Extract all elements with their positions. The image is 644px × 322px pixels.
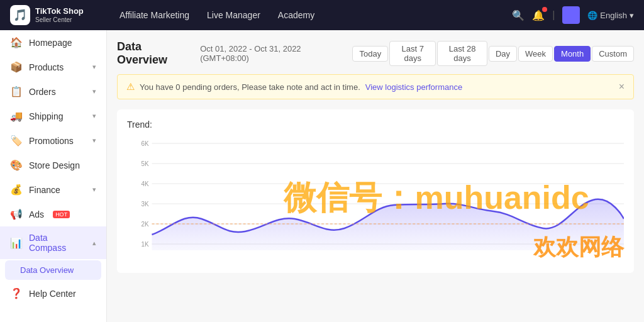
filter-last28[interactable]: Last 28 days bbox=[437, 41, 487, 66]
sidebar-item-promotions[interactable]: 🏷️ Promotions ▾ bbox=[0, 128, 106, 153]
sidebar-label-shipping: Shipping bbox=[29, 111, 64, 121]
logo[interactable]: 🎵 TikTok Shop Seller Center bbox=[10, 5, 104, 25]
warning-icon: ⚠ bbox=[126, 81, 135, 92]
sidebar-item-orders[interactable]: 📋 Orders ▾ bbox=[0, 79, 106, 104]
hot-badge: HOT bbox=[53, 211, 70, 218]
svg-text:3K: 3K bbox=[141, 201, 148, 208]
sidebar-label-orders: Orders bbox=[29, 87, 56, 97]
nav-live-manager[interactable]: Live Manager bbox=[207, 10, 260, 20]
sidebar-label-help-center: Help Center bbox=[29, 289, 76, 299]
chevron-icon: ▾ bbox=[92, 186, 96, 194]
globe-icon: 🌐 bbox=[587, 11, 597, 20]
divider: | bbox=[552, 9, 555, 21]
sidebar-label-promotions: Promotions bbox=[29, 136, 74, 146]
chevron-icon: ▾ bbox=[92, 112, 96, 120]
svg-text:2K: 2K bbox=[141, 221, 148, 228]
svg-text:4K: 4K bbox=[141, 180, 148, 187]
trend-label: Trend: bbox=[127, 119, 624, 130]
avatar[interactable] bbox=[562, 6, 580, 24]
shipping-icon: 🚚 bbox=[10, 110, 23, 122]
alert-link[interactable]: View logistics performance bbox=[365, 82, 462, 92]
filter-month[interactable]: Month bbox=[554, 46, 591, 62]
svg-text:6K: 6K bbox=[141, 140, 148, 147]
sidebar: 🏠 Homepage 📦 Products ▾ 📋 Orders ▾ 🚚 Shi… bbox=[0, 30, 107, 322]
help-icon: ❓ bbox=[10, 287, 23, 299]
chart-container: 6K 5K 4K 3K 2K 1K bbox=[127, 137, 624, 263]
filter-day[interactable]: Day bbox=[489, 46, 517, 62]
chevron-up-icon: ▴ bbox=[92, 239, 96, 247]
store-design-icon: 🎨 bbox=[10, 159, 23, 171]
sidebar-label-finance: Finance bbox=[29, 185, 60, 195]
ads-icon: 📢 bbox=[10, 208, 23, 220]
orders-icon: 📋 bbox=[10, 86, 23, 97]
time-filters: Today Last 7 days Last 28 days Day Week … bbox=[352, 41, 634, 66]
chevron-icon: ▾ bbox=[92, 63, 96, 71]
sidebar-sub-item-data-overview[interactable]: Data Overview bbox=[5, 260, 101, 280]
page-title: Data Overview bbox=[117, 40, 190, 67]
top-navigation: 🎵 TikTok Shop Seller Center Affiliate Ma… bbox=[0, 0, 644, 30]
home-icon: 🏠 bbox=[10, 36, 23, 48]
sidebar-label-store-design: Store Design bbox=[29, 160, 80, 170]
nav-academy[interactable]: Academy bbox=[278, 10, 314, 20]
promotions-icon: 🏷️ bbox=[10, 135, 23, 147]
close-icon[interactable]: × bbox=[619, 81, 625, 92]
notification-badge bbox=[542, 7, 547, 12]
sub-label-data-overview: Data Overview bbox=[20, 265, 74, 275]
sidebar-item-homepage[interactable]: 🏠 Homepage bbox=[0, 30, 106, 55]
sidebar-item-store-design[interactable]: 🎨 Store Design bbox=[0, 153, 106, 177]
sidebar-item-ads[interactable]: 📢 Ads HOT bbox=[0, 202, 106, 226]
products-icon: 📦 bbox=[10, 61, 23, 73]
bell-icon[interactable]: 🔔 bbox=[532, 9, 545, 21]
logo-line2: Seller Center bbox=[35, 16, 84, 24]
tiktok-logo-icon: 🎵 bbox=[10, 5, 30, 25]
date-range: Oct 01, 2022 - Oct 31, 2022 (GMT+08:00) bbox=[200, 44, 342, 63]
language-selector[interactable]: 🌐 English ▾ bbox=[587, 11, 634, 20]
svg-text:1K: 1K bbox=[141, 241, 148, 248]
sidebar-item-finance[interactable]: 💰 Finance ▾ bbox=[0, 177, 106, 202]
main-content: Data Overview Oct 01, 2022 - Oct 31, 202… bbox=[107, 30, 644, 322]
sidebar-label-products: Products bbox=[29, 62, 64, 72]
chevron-down-icon: ▾ bbox=[630, 11, 634, 20]
sidebar-item-shipping[interactable]: 🚚 Shipping ▾ bbox=[0, 104, 106, 128]
sidebar-item-help-center[interactable]: ❓ Help Center bbox=[0, 281, 106, 306]
filter-last7[interactable]: Last 7 days bbox=[389, 41, 436, 66]
trend-chart: 6K 5K 4K 3K 2K 1K bbox=[127, 137, 624, 263]
trend-section: Trend: 6K 5K 4K 3K 2K 1K bbox=[117, 109, 634, 273]
alert-banner: ⚠ You have 0 pending orders, Please take… bbox=[117, 74, 634, 99]
svg-text:5K: 5K bbox=[141, 160, 148, 167]
nav-links: Affiliate Marketing Live Manager Academy bbox=[119, 10, 497, 20]
alert-message: You have 0 pending orders, Please take n… bbox=[140, 82, 360, 92]
chevron-icon: ▾ bbox=[92, 136, 96, 145]
sidebar-label-ads: Ads bbox=[29, 209, 44, 219]
data-compass-icon: 📊 bbox=[10, 237, 23, 249]
filter-week[interactable]: Week bbox=[518, 46, 553, 62]
nav-right: 🔍 🔔 | 🌐 English ▾ bbox=[512, 6, 634, 24]
filter-today[interactable]: Today bbox=[352, 46, 388, 62]
filter-custom[interactable]: Custom bbox=[592, 46, 634, 62]
sidebar-label-homepage: Homepage bbox=[29, 38, 72, 48]
chevron-icon: ▾ bbox=[92, 87, 96, 96]
language-label: English bbox=[600, 11, 627, 20]
logo-line1: TikTok Shop bbox=[35, 6, 84, 16]
search-icon[interactable]: 🔍 bbox=[512, 9, 525, 21]
sidebar-item-data-compass[interactable]: 📊 Data Compass ▴ bbox=[0, 226, 106, 259]
sidebar-item-products[interactable]: 📦 Products ▾ bbox=[0, 55, 106, 79]
main-layout: 🏠 Homepage 📦 Products ▾ 📋 Orders ▾ 🚚 Shi… bbox=[0, 30, 644, 322]
nav-affiliate-marketing[interactable]: Affiliate Marketing bbox=[119, 10, 189, 20]
finance-icon: 💰 bbox=[10, 184, 23, 196]
sidebar-label-data-compass: Data Compass bbox=[29, 233, 86, 253]
page-header: Data Overview Oct 01, 2022 - Oct 31, 202… bbox=[117, 40, 634, 67]
